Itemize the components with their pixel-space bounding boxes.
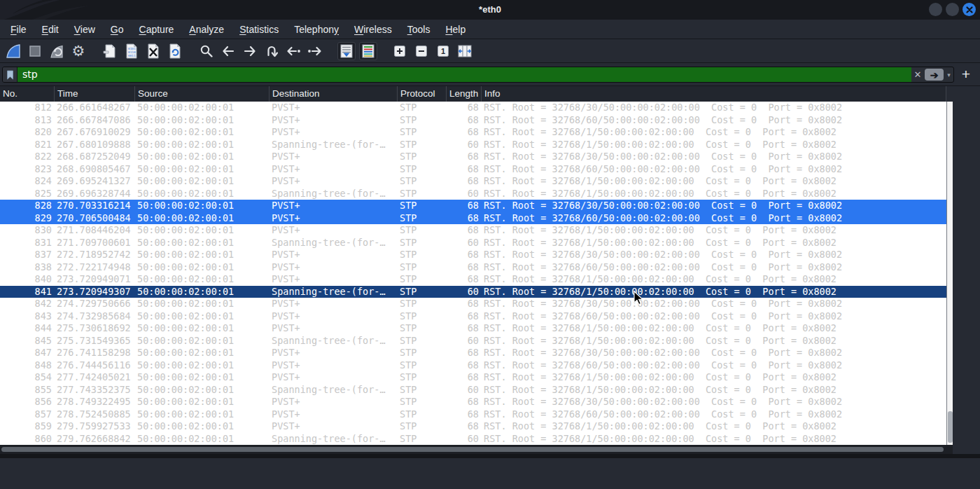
- cell-info: RST. Root = 32768/1/50:00:00:02:00:00 Co…: [482, 420, 946, 433]
- menu-wireless[interactable]: Wireless: [346, 20, 400, 39]
- packet-row-848[interactable]: 848276.74445611650:00:00:02:00:01PVST+ST…: [0, 359, 946, 372]
- packet-row-823[interactable]: 823268.69080546750:00:00:02:00:01PVST+ST…: [0, 163, 946, 176]
- cell-info: RST. Root = 32768/30/50:00:00:02:00:00 C…: [482, 200, 946, 212]
- menu-file[interactable]: File: [3, 20, 34, 39]
- packet-row-840[interactable]: 840273.72094907150:00:00:02:00:01PVST+ST…: [0, 273, 946, 286]
- menu-statistics[interactable]: Statistics: [232, 20, 286, 39]
- packet-row-825[interactable]: 825269.69632874450:00:00:02:00:01Spannin…: [0, 188, 946, 200]
- resize-columns-icon[interactable]: [456, 42, 474, 60]
- start-capture-icon[interactable]: [4, 42, 22, 60]
- cell-len: 68: [447, 249, 482, 261]
- find-packet-icon[interactable]: [197, 42, 216, 60]
- packet-row-830[interactable]: 830271.70844620450:00:00:02:00:01PVST+ST…: [0, 224, 946, 237]
- filter-clear-button[interactable]: ✕: [911, 67, 924, 82]
- zoom-out-icon[interactable]: [412, 42, 430, 60]
- horizontal-scrollbar-thumb[interactable]: [1, 447, 944, 452]
- cell-time: 274.729750666: [55, 298, 135, 310]
- packet-row-854[interactable]: 854277.74240502150:00:00:02:00:01PVST+ST…: [0, 371, 946, 384]
- close-file-icon[interactable]: [144, 42, 162, 60]
- vertical-scrollbar[interactable]: [946, 102, 953, 445]
- go-forward-icon[interactable]: [241, 42, 259, 60]
- packet-row-847[interactable]: 847276.74115829850:00:00:02:00:01PVST+ST…: [0, 347, 946, 359]
- go-last-packet-icon[interactable]: [306, 42, 324, 60]
- packet-row-857[interactable]: 857278.75245088550:00:00:02:00:01PVST+ST…: [0, 408, 946, 421]
- add-filter-button[interactable]: +: [958, 64, 974, 84]
- column-header-destination[interactable]: Destination: [270, 86, 398, 102]
- menu-capture[interactable]: Capture: [132, 20, 182, 39]
- go-first-packet-icon[interactable]: [284, 42, 302, 60]
- cell-len: 60: [447, 335, 482, 347]
- cell-src: 50:00:00:02:00:01: [135, 151, 270, 163]
- menu-tools[interactable]: Tools: [400, 20, 438, 39]
- cell-dst: PVST+: [270, 126, 398, 139]
- column-header-time[interactable]: Time: [55, 86, 135, 102]
- packet-row-837[interactable]: 837272.71895274250:00:00:02:00:01PVST+ST…: [0, 249, 946, 261]
- vertical-scrollbar-thumb[interactable]: [948, 411, 953, 443]
- packet-row-856[interactable]: 856278.74932249550:00:00:02:00:01PVST+ST…: [0, 396, 946, 408]
- column-header-info[interactable]: Info: [482, 86, 946, 102]
- menu-edit[interactable]: Edit: [34, 20, 66, 39]
- cell-len: 68: [447, 310, 482, 323]
- cell-no: 813: [0, 114, 55, 127]
- cell-len: 60: [447, 139, 482, 151]
- packet-row-820[interactable]: 820267.67691002950:00:00:02:00:01PVST+ST…: [0, 126, 946, 139]
- cell-len: 60: [447, 433, 482, 446]
- go-to-packet-icon[interactable]: [262, 42, 281, 60]
- packet-row-859[interactable]: 859279.75992753350:00:00:02:00:01PVST+ST…: [0, 420, 946, 433]
- cell-proto: STP: [398, 335, 447, 347]
- packet-row-824[interactable]: 824269.69524132750:00:00:02:00:01PVST+ST…: [0, 175, 946, 188]
- auto-scroll-toggle-icon[interactable]: [337, 42, 356, 60]
- close-button[interactable]: [962, 3, 976, 16]
- cell-info: RST. Root = 32768/1/50:00:00:02:00:00 Co…: [482, 139, 946, 151]
- packet-row-831[interactable]: 831271.70970060150:00:00:02:00:01Spannin…: [0, 237, 946, 249]
- packet-row-843[interactable]: 843274.73298568450:00:00:02:00:01PVST+ST…: [0, 310, 946, 323]
- column-header-length[interactable]: Length: [447, 86, 482, 102]
- packet-row-828[interactable]: 828270.70331621450:00:00:02:00:01PVST+ST…: [0, 200, 946, 212]
- packet-row-812[interactable]: 812266.66164826750:00:00:02:00:01PVST+ST…: [0, 102, 946, 114]
- zoom-in-icon[interactable]: [391, 42, 409, 60]
- column-header-no[interactable]: No.: [0, 86, 55, 102]
- capture-options-icon[interactable]: ⚙: [69, 42, 88, 60]
- menu-help[interactable]: Help: [438, 20, 473, 39]
- cell-len: 68: [447, 420, 482, 433]
- filter-apply-button[interactable]: ➔: [925, 69, 944, 81]
- packet-list: 812266.66164826750:00:00:02:00:01PVST+ST…: [0, 102, 946, 445]
- filter-bookmark-button[interactable]: [3, 67, 18, 82]
- packet-row-860[interactable]: 860279.76266884250:00:00:02:00:01Spannin…: [0, 433, 946, 446]
- cell-proto: STP: [398, 139, 447, 151]
- cell-time: 279.759927533: [55, 420, 135, 433]
- packet-row-855[interactable]: 855277.74335237550:00:00:02:00:01Spannin…: [0, 384, 946, 397]
- column-header-source[interactable]: Source: [135, 86, 270, 102]
- zoom-100-icon[interactable]: 1: [434, 42, 452, 60]
- packet-row-838[interactable]: 838272.72217494850:00:00:02:00:01PVST+ST…: [0, 261, 946, 274]
- stop-capture-icon[interactable]: [26, 42, 44, 60]
- packet-row-821[interactable]: 821267.68010988850:00:00:02:00:01Spannin…: [0, 139, 946, 151]
- packet-row-842[interactable]: 842274.72975066650:00:00:02:00:01PVST+ST…: [0, 298, 946, 310]
- filter-dropdown-button[interactable]: ▾: [944, 67, 953, 82]
- save-file-icon[interactable]: 010101100011: [122, 42, 141, 60]
- maximize-button[interactable]: [946, 3, 959, 16]
- menu-go[interactable]: Go: [103, 20, 132, 39]
- cell-info: RST. Root = 32768/60/50:00:00:02:00:00 C…: [482, 408, 946, 421]
- reload-file-icon[interactable]: [166, 42, 184, 60]
- packet-row-844[interactable]: 844275.73061869250:00:00:02:00:01PVST+ST…: [0, 322, 946, 335]
- restart-capture-icon[interactable]: [48, 42, 66, 60]
- open-file-icon[interactable]: [101, 42, 119, 60]
- cell-proto: STP: [398, 371, 447, 384]
- packet-row-829[interactable]: 829270.70650048450:00:00:02:00:01PVST+ST…: [0, 212, 946, 225]
- horizontal-scrollbar[interactable]: [0, 445, 953, 454]
- cell-time: 275.731549365: [55, 335, 135, 347]
- display-filter-input[interactable]: stp: [18, 67, 911, 82]
- colorize-toggle-icon[interactable]: [359, 42, 377, 60]
- menu-telephony[interactable]: Telephony: [286, 20, 346, 39]
- cell-src: 50:00:00:02:00:01: [135, 347, 270, 359]
- menu-analyze[interactable]: Analyze: [181, 20, 232, 39]
- packet-row-845[interactable]: 845275.73154936550:00:00:02:00:01Spannin…: [0, 335, 946, 347]
- column-header-protocol[interactable]: Protocol: [398, 86, 447, 102]
- packet-row-841[interactable]: 841273.72094930750:00:00:02:00:01Spannin…: [0, 286, 946, 298]
- menu-view[interactable]: View: [66, 20, 103, 39]
- packet-row-822[interactable]: 822268.68725204950:00:00:02:00:01PVST+ST…: [0, 151, 946, 163]
- minimize-button[interactable]: [929, 3, 942, 16]
- go-back-icon[interactable]: [219, 42, 237, 60]
- packet-row-813[interactable]: 813266.66784708650:00:00:02:00:01PVST+ST…: [0, 114, 946, 127]
